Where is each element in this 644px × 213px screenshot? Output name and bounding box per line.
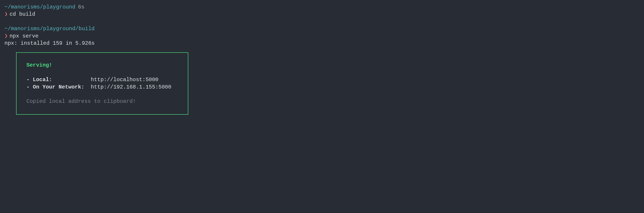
local-url: http://localhost:5000 [91,77,158,83]
serving-title: Serving! [26,62,178,69]
network-url: http://192.168.1.155:5000 [91,84,171,90]
local-label: - Local: [26,77,52,83]
elapsed-time: 6s [78,4,84,10]
terminal-output[interactable]: ~/manorisms/playground6s ❯cd build ~/man… [4,4,640,115]
command-line-1: ❯cd build [4,11,640,18]
blank-line [4,18,640,25]
npx-install-output: npx: installed 159 in 5.926s [4,40,640,47]
command-text: npx serve [10,33,38,39]
command-line-2: ❯npx serve [4,33,640,40]
network-url-row: - On Your Network: http://192.168.1.155:… [26,84,178,91]
serve-info-box: Serving! - Local: http://localhost:5000 … [16,52,188,114]
prompt-line-2: ~/manorisms/playground/build [4,25,640,32]
prompt-line-1: ~/manorisms/playground6s [4,4,640,11]
prompt-chevron-icon: ❯ [4,11,8,17]
clipboard-copied-message: Copied local address to clipboard! [26,98,178,105]
command-text: cd build [10,11,35,17]
cwd-path: ~/manorisms/playground [4,4,75,10]
local-url-row: - Local: http://localhost:5000 [26,76,178,83]
network-label: - On Your Network: [26,84,84,90]
prompt-chevron-icon: ❯ [4,33,8,39]
cwd-path: ~/manorisms/playground/build [4,26,94,32]
